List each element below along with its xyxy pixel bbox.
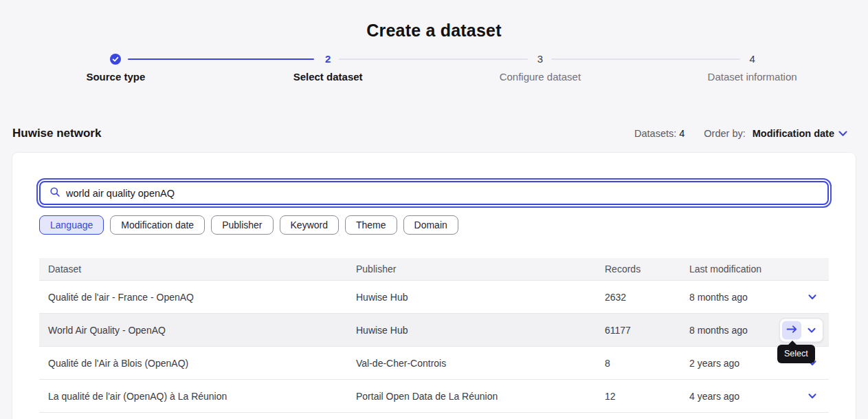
- records: 8: [605, 358, 689, 369]
- select-tooltip: Select: [777, 345, 815, 363]
- filter-keyword[interactable]: Keyword: [280, 215, 339, 235]
- table-row[interactable]: Qualité de l'Air à Blois (OpenAQ) Val-de…: [39, 347, 829, 380]
- datasets-table: Dataset Publisher Records Last modificat…: [39, 258, 829, 413]
- stepper-line-upcoming-1: [339, 58, 528, 60]
- dataset-name: Qualité de l'Air à Blois (OpenAQ): [39, 358, 356, 369]
- step-number: 2: [325, 53, 331, 65]
- filter-chips: Language Modification date Publisher Key…: [39, 215, 829, 235]
- datasets-count: Datasets:4: [634, 128, 685, 139]
- filter-domain[interactable]: Domain: [403, 215, 458, 235]
- step-source-type[interactable]: Source type: [10, 53, 222, 83]
- column-header-publisher: Publisher: [356, 264, 605, 275]
- dataset-name: World Air Quality - OpenAQ: [39, 325, 356, 336]
- step-label: Source type: [10, 71, 222, 83]
- step-label: Select dataset: [222, 71, 434, 83]
- chevron-down-icon: [838, 128, 847, 139]
- expand-row-button[interactable]: [803, 321, 821, 339]
- publisher: Huwise Hub: [356, 292, 605, 303]
- dataset-name: La qualité de l'air (OpenAQ) à La Réunio…: [39, 391, 356, 402]
- chevron-down-icon: [808, 292, 816, 302]
- page-title: Create a dataset: [0, 21, 868, 41]
- search-input[interactable]: [66, 188, 819, 199]
- order-by-dropdown[interactable]: Order by:Modification date: [704, 128, 847, 139]
- row-action-group: [779, 318, 823, 342]
- dataset-name: Qualité de l'air - France - OpenAQ: [39, 292, 356, 303]
- expand-row-button[interactable]: [804, 388, 821, 405]
- table-row[interactable]: World Air Quality - OpenAQ Huwise Hub 61…: [39, 314, 829, 347]
- publisher: Huwise Hub: [356, 325, 605, 336]
- column-header-records: Records: [605, 264, 689, 275]
- step-label: Configure dataset: [434, 71, 647, 83]
- column-header-last-modification: Last modification: [689, 264, 829, 275]
- stepper-line-done: [128, 58, 314, 60]
- search-box: [39, 181, 829, 205]
- filter-theme[interactable]: Theme: [345, 215, 397, 235]
- page-header: Create a dataset Source type 2 Select da…: [0, 0, 868, 83]
- search-icon: [49, 186, 60, 200]
- filter-publisher[interactable]: Publisher: [211, 215, 273, 235]
- stepper: Source type 2 Select dataset 3 Configure…: [10, 53, 858, 83]
- publisher: Portail Open Data de La Réunion: [356, 391, 605, 402]
- step-done-check-icon: [110, 54, 121, 65]
- arrow-right-icon: [786, 325, 797, 335]
- column-header-dataset: Dataset: [39, 264, 356, 275]
- publisher: Val-de-Cher-Controis: [356, 358, 605, 369]
- table-header: Dataset Publisher Records Last modificat…: [39, 258, 829, 281]
- step-select-dataset[interactable]: 2 Select dataset: [222, 53, 434, 83]
- filter-language[interactable]: Language: [39, 215, 104, 235]
- section-title: Huwise network: [12, 127, 101, 140]
- stepper-line-upcoming-2: [551, 58, 740, 60]
- records: 61177: [605, 325, 689, 336]
- select-dataset-button[interactable]: [782, 321, 801, 339]
- chevron-down-icon: [808, 391, 816, 401]
- records: 2632: [605, 292, 689, 303]
- records: 12: [605, 391, 689, 402]
- step-configure-dataset[interactable]: 3 Configure dataset: [434, 53, 647, 83]
- section-bar: Huwise network Datasets:4 Order by:Modif…: [12, 127, 847, 140]
- step-dataset-information[interactable]: 4 Dataset information: [646, 53, 858, 83]
- dataset-search-card: Language Modification date Publisher Key…: [12, 152, 856, 419]
- step-number: 3: [537, 53, 543, 65]
- expand-row-button[interactable]: [804, 289, 821, 305]
- table-row[interactable]: Qualité de l'air - France - OpenAQ Huwis…: [39, 281, 829, 314]
- step-number: 4: [749, 53, 755, 65]
- step-label: Dataset information: [646, 71, 858, 83]
- table-row[interactable]: La qualité de l'air (OpenAQ) à La Réunio…: [39, 380, 829, 413]
- filter-modification-date[interactable]: Modification date: [110, 215, 205, 235]
- chevron-down-icon: [808, 325, 816, 335]
